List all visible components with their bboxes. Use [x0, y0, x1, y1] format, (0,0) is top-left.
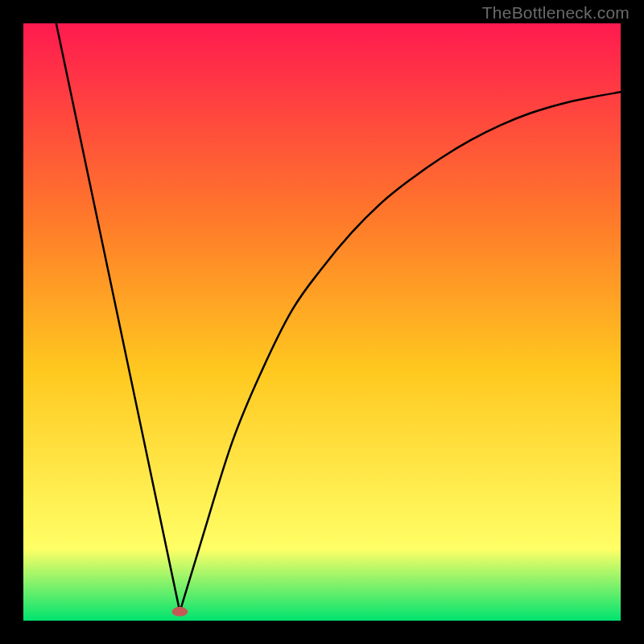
plot-frame — [23, 23, 621, 621]
plot-svg — [23, 23, 621, 621]
chart-container: TheBottleneck.com — [0, 0, 644, 644]
valley-marker — [171, 607, 188, 617]
valley-marker — [171, 607, 188, 617]
watermark-text: TheBottleneck.com — [482, 3, 630, 23]
